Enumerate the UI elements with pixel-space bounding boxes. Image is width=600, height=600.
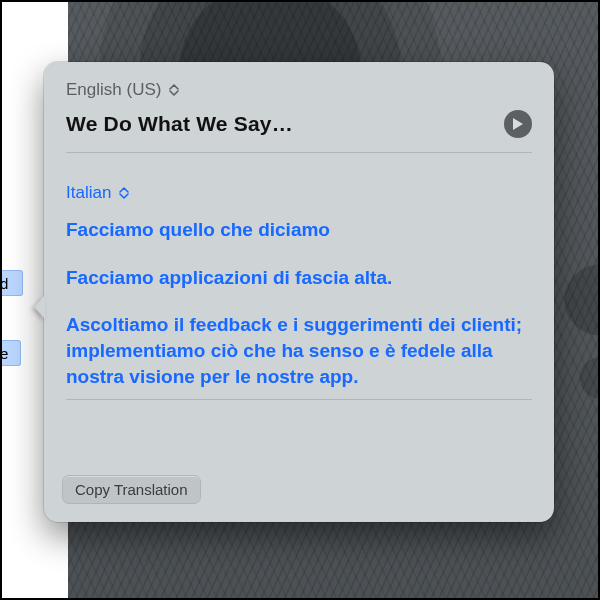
play-audio-button[interactable] — [504, 110, 532, 138]
translation-text: Facciamo quello che diciamo Facciamo app… — [66, 217, 532, 389]
selected-text-fragment: e — [0, 340, 21, 366]
translation-popover: English (US) We Do What We Say… Italian — [44, 62, 554, 522]
popover-footer: Copy Translation — [44, 475, 554, 522]
source-language-picker[interactable]: English (US) — [66, 80, 532, 100]
divider — [66, 399, 532, 400]
target-language-picker[interactable]: Italian — [66, 183, 532, 203]
screenshot-root: d e English (US) We Do What We Say… — [0, 0, 600, 600]
source-title-row: We Do What We Say… — [66, 110, 532, 138]
translation-paragraph: Ascoltiamo il feedback e i suggerimenti … — [66, 312, 532, 389]
divider — [66, 152, 532, 153]
play-icon — [512, 117, 524, 131]
selected-text-fragment: d — [0, 270, 23, 296]
source-language-label: English (US) — [66, 80, 161, 100]
chevron-updown-icon — [119, 187, 129, 199]
chevron-updown-icon — [169, 84, 179, 96]
popover-header: English (US) We Do What We Say… — [44, 62, 554, 167]
copy-translation-button[interactable]: Copy Translation — [62, 475, 201, 504]
popover-body: Italian Facciamo quello che diciamo Facc… — [44, 167, 554, 475]
translation-paragraph: Facciamo quello che diciamo — [66, 217, 532, 243]
translation-paragraph: Facciamo applicazioni di fascia alta. — [66, 265, 532, 291]
copy-translation-label: Copy Translation — [75, 481, 188, 498]
target-language-label: Italian — [66, 183, 111, 203]
source-title: We Do What We Say… — [66, 112, 293, 136]
